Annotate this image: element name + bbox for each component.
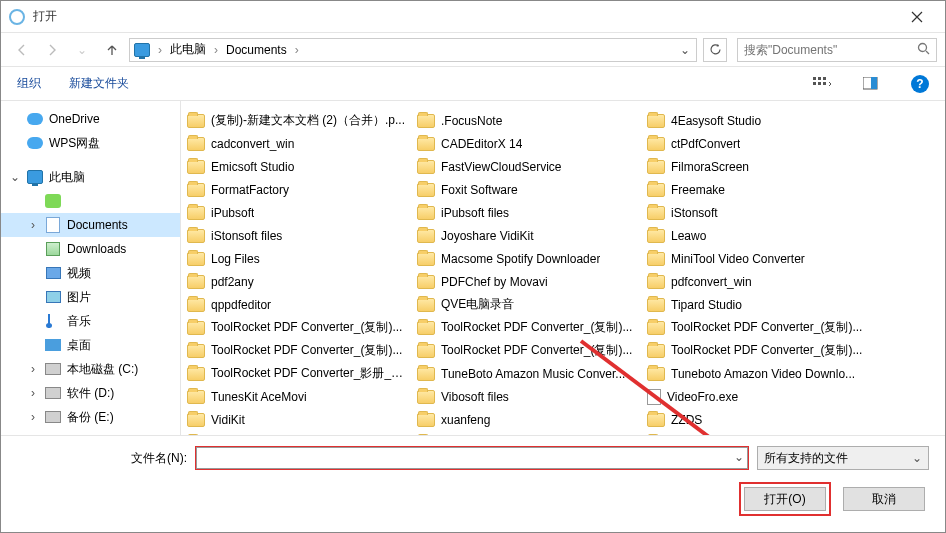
sidebar-item[interactable]: › 本地磁盘 (C:) [1, 357, 180, 381]
file-item[interactable]: QVE电脑录音 [411, 293, 641, 316]
file-item[interactable]: ZZDS [641, 408, 871, 431]
file-item[interactable]: FastViewCloudService [411, 155, 641, 178]
file-item[interactable]: ToolRocket PDF Converter_(复制)... [181, 316, 411, 339]
up-button[interactable] [99, 37, 125, 63]
filetype-select[interactable]: 所有支持的文件 ⌄ [757, 446, 929, 470]
file-item[interactable]: Vibosoft files [411, 385, 641, 408]
sidebar-item[interactable]: › 备份 (E:) [1, 405, 180, 429]
file-item[interactable]: iPubsoft files [411, 201, 641, 224]
file-item[interactable]: Macsome Spotify Downloader [411, 247, 641, 270]
file-item[interactable]: Tuneboto Amazon Video Downlo... [641, 362, 871, 385]
file-item[interactable]: CADEditorX 14 [411, 132, 641, 155]
file-item[interactable]: 4Easysoft Studio [641, 109, 871, 132]
file-item[interactable]: TunesKit AceMovi [181, 385, 411, 408]
refresh-button[interactable] [703, 38, 727, 62]
filetype-label: 所有支持的文件 [764, 450, 848, 467]
file-label: Tipard Studio [671, 298, 742, 312]
file-item[interactable]: MiniTool Video Converter [641, 247, 871, 270]
file-item[interactable]: iStonsoft files [181, 224, 411, 247]
file-item[interactable]: cadconvert_win [181, 132, 411, 155]
file-item[interactable]: ToolRocket PDF Converter_(复制)... [411, 339, 641, 362]
chevron-icon: › [27, 410, 39, 424]
cancel-button[interactable]: 取消 [843, 487, 925, 511]
search-icon[interactable] [917, 42, 930, 58]
recent-dropdown[interactable]: ⌄ [69, 37, 95, 63]
sidebar-item[interactable]: ⌄ 此电脑 [1, 165, 180, 189]
svg-rect-5 [818, 82, 821, 85]
file-item[interactable]: FormatFactory [181, 178, 411, 201]
file-item[interactable]: pdfconvert_win [641, 270, 871, 293]
file-label: TunesKit AceMovi [211, 390, 307, 404]
folder-icon [187, 229, 205, 243]
sidebar-item[interactable]: OneDrive [1, 107, 180, 131]
search-input[interactable] [744, 43, 917, 57]
breadcrumb[interactable]: › 此电脑 › Documents › ⌄ [129, 38, 697, 62]
file-item[interactable]: ToolRocket PDF Converter_(复制)... [641, 316, 871, 339]
file-item[interactable]: FilmoraScreen [641, 155, 871, 178]
folder-icon [187, 160, 205, 174]
file-label: iStonsoft [671, 206, 718, 220]
help-button[interactable]: ? [911, 75, 929, 93]
breadcrumb-dropdown[interactable]: ⌄ [674, 43, 696, 57]
filename-input[interactable] [196, 447, 748, 469]
file-label: QVE电脑录音 [441, 296, 514, 313]
breadcrumb-root[interactable]: 此电脑 [166, 41, 210, 58]
file-item[interactable]: ToolRocket PDF Converter_影册_s... [181, 362, 411, 385]
file-item[interactable]: ToolRocket PDF Converter_(复制)... [411, 316, 641, 339]
file-item[interactable]: xuanfeng [411, 408, 641, 431]
file-list[interactable]: (复制)-新建文本文档 (2)（合并）.p... cadconvert_win … [181, 101, 945, 465]
sidebar-item[interactable]: Downloads [1, 237, 180, 261]
file-item[interactable]: Emicsoft Studio [181, 155, 411, 178]
file-item[interactable]: Leawo [641, 224, 871, 247]
new-folder-button[interactable]: 新建文件夹 [69, 75, 129, 92]
file-item[interactable]: VideoFro.exe [641, 385, 871, 408]
file-item[interactable]: .FocusNote [411, 109, 641, 132]
sidebar-item[interactable]: WPS网盘 [1, 131, 180, 155]
sidebar-item[interactable]: › Documents [1, 213, 180, 237]
file-item[interactable]: Log Files [181, 247, 411, 270]
file-label: ToolRocket PDF Converter_(复制)... [441, 319, 632, 336]
file-item[interactable]: Foxit Software [411, 178, 641, 201]
file-item[interactable]: iStonsoft [641, 201, 871, 224]
file-item[interactable]: Joyoshare VidiKit [411, 224, 641, 247]
file-item[interactable]: ToolRocket PDF Converter_(复制)... [641, 339, 871, 362]
sidebar-item[interactable]: › 软件 (D:) [1, 381, 180, 405]
file-item[interactable]: qppdfeditor [181, 293, 411, 316]
green-icon [45, 193, 61, 209]
folder-icon [647, 321, 665, 335]
file-item[interactable]: Tipard Studio [641, 293, 871, 316]
view-mode-button[interactable] [811, 73, 833, 95]
file-label: ToolRocket PDF Converter_(复制)... [211, 319, 402, 336]
chevron-icon: ⌄ [9, 170, 21, 184]
file-item[interactable]: (复制)-新建文本文档 (2)（合并）.p... [181, 109, 411, 132]
file-item[interactable]: pdf2any [181, 270, 411, 293]
breadcrumb-folder[interactable]: Documents [222, 43, 291, 57]
file-item[interactable]: iPubsoft [181, 201, 411, 224]
file-item[interactable]: PDFChef by Movavi [411, 270, 641, 293]
folder-icon [187, 367, 205, 381]
file-item[interactable]: Freemake [641, 178, 871, 201]
pc-icon [134, 42, 150, 58]
file-item[interactable]: ToolRocket PDF Converter_(复制)... [181, 339, 411, 362]
sidebar-item[interactable]: 图片 [1, 285, 180, 309]
file-item[interactable]: ctPdfConvert [641, 132, 871, 155]
sidebar-item[interactable]: 音乐 [1, 309, 180, 333]
sidebar-item[interactable] [1, 189, 180, 213]
sidebar-item[interactable]: 桌面 [1, 333, 180, 357]
sidebar-item[interactable]: 视频 [1, 261, 180, 285]
file-label: cadconvert_win [211, 137, 294, 151]
filename-dropdown[interactable]: ⌄ [734, 450, 744, 464]
main-area: OneDrive WPS网盘⌄ 此电脑 › Documents Download… [1, 101, 945, 465]
file-item[interactable]: TuneBoto Amazon Music Conver... [411, 362, 641, 385]
forward-button[interactable] [39, 37, 65, 63]
search-box[interactable] [737, 38, 937, 62]
folder-icon [417, 275, 435, 289]
preview-pane-button[interactable] [861, 73, 883, 95]
folder-icon [647, 344, 665, 358]
open-button[interactable]: 打开(O) [744, 487, 826, 511]
close-button[interactable] [897, 2, 937, 32]
file-item[interactable]: VidiKit [181, 408, 411, 431]
folder-icon [647, 252, 665, 266]
organize-menu[interactable]: 组织 [17, 75, 41, 92]
back-button[interactable] [9, 37, 35, 63]
